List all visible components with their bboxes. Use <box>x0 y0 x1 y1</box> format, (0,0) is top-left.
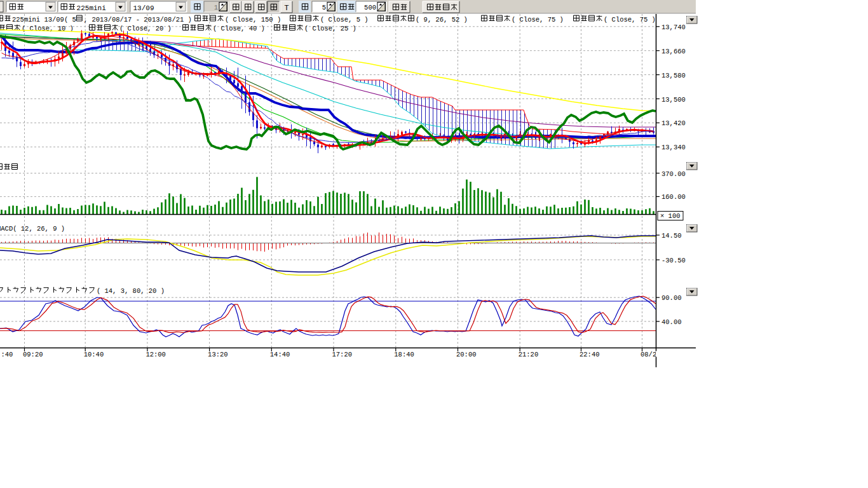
svg-text:90.00: 90.00 <box>661 294 682 302</box>
svg-text:( Close, 75 ): ( Close, 75 ) <box>512 16 564 24</box>
svg-text:× 100: × 100 <box>660 212 681 220</box>
svg-text:13/09: 13/09 <box>133 4 154 12</box>
svg-text:13,740: 13,740 <box>661 24 686 31</box>
svg-text:21:20: 21:20 <box>519 351 539 358</box>
svg-text:MACD( 12, 26, 9 ): MACD( 12, 26, 9 ) <box>0 225 65 233</box>
svg-text:08/2: 08/2 <box>641 351 656 358</box>
svg-text:13,340: 13,340 <box>661 144 686 151</box>
svg-text:13,420: 13,420 <box>661 119 686 127</box>
svg-text:225mini 13/09( 5: 225mini 13/09( 5 <box>12 16 76 24</box>
svg-text:370.00: 370.00 <box>661 170 686 178</box>
svg-text:-30.50: -30.50 <box>661 257 686 264</box>
svg-text:( Close, 5 ): ( Close, 5 ) <box>320 16 369 24</box>
svg-text:18:40: 18:40 <box>394 351 414 358</box>
svg-text:09:20: 09:20 <box>23 351 43 358</box>
svg-text:13:20: 13:20 <box>208 351 228 358</box>
svg-text:225mini: 225mini <box>77 4 107 12</box>
svg-text:( Close, 150 ): ( Close, 150 ) <box>225 16 281 24</box>
svg-text:14.50: 14.50 <box>661 232 682 240</box>
svg-text:12:00: 12:00 <box>146 351 166 358</box>
svg-text:13,500: 13,500 <box>661 96 686 104</box>
svg-text:22:40: 22:40 <box>580 351 600 358</box>
svg-text:14:40: 14:40 <box>270 351 290 358</box>
svg-text:( 9, 26, 52 ): ( 9, 26, 52 ) <box>416 16 468 24</box>
svg-text:500: 500 <box>364 4 376 11</box>
svg-text:160.00: 160.00 <box>661 193 686 201</box>
svg-text:( 14, 3, 80, 20 ): ( 14, 3, 80, 20 ) <box>97 287 165 295</box>
svg-text:( Close, 25 ): ( Close, 25 ) <box>304 25 356 32</box>
svg-text:13,660: 13,660 <box>661 48 686 55</box>
svg-text:( Close, 75 ): ( Close, 75 ) <box>604 16 656 24</box>
svg-text:20:00: 20:00 <box>456 351 477 358</box>
svg-text:, 2013/08/17 - 2013/08/21 ): , 2013/08/17 - 2013/08/21 ) <box>84 16 192 24</box>
svg-text:40.00: 40.00 <box>661 318 682 326</box>
svg-text:13,580: 13,580 <box>661 72 686 79</box>
svg-text:5: 5 <box>322 4 326 11</box>
svg-text:10:40: 10:40 <box>84 351 104 358</box>
svg-text:( Close, 40 ): ( Close, 40 ) <box>213 25 265 32</box>
svg-text:1: 1 <box>214 4 218 11</box>
svg-text:T: T <box>284 4 288 11</box>
svg-text:17:20: 17:20 <box>332 351 353 358</box>
svg-text::40: :40 <box>1 351 13 358</box>
